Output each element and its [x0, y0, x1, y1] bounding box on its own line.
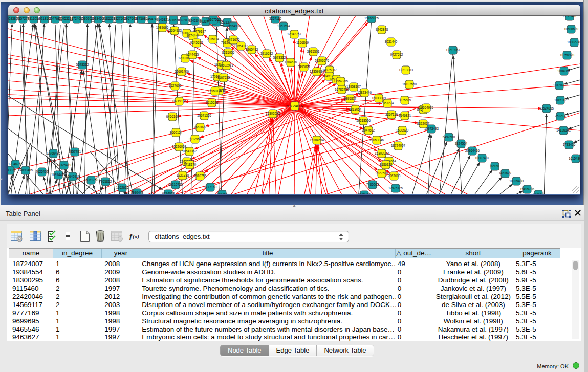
- svg-text:1353594: 1353594: [277, 24, 290, 28]
- svg-text:16107550: 16107550: [402, 82, 417, 86]
- svg-text:5678332: 5678332: [273, 56, 286, 59]
- svg-text:7357274: 7357274: [381, 101, 394, 105]
- svg-text:1463627: 1463627: [499, 171, 512, 175]
- svg-text:13654923: 13654923: [167, 29, 182, 32]
- svg-text:252214: 252214: [555, 114, 566, 118]
- svg-text:19654935: 19654935: [226, 24, 241, 28]
- svg-text:12213383: 12213383: [399, 68, 413, 72]
- svg-text:6794028: 6794028: [162, 192, 175, 194]
- svg-text:62160: 62160: [490, 164, 499, 168]
- svg-text:10756928: 10756928: [560, 53, 575, 57]
- svg-text:1156869: 1156869: [296, 41, 309, 45]
- svg-text:19218506: 19218506: [356, 119, 371, 122]
- svg-text:20053346: 20053346: [369, 138, 384, 142]
- svg-text:8322037: 8322037: [417, 122, 430, 125]
- svg-text:7625402: 7625402: [36, 170, 49, 173]
- svg-text:18724007: 18724007: [286, 104, 304, 108]
- svg-text:9777169: 9777169: [204, 185, 217, 189]
- svg-text:9857791: 9857791: [69, 150, 81, 154]
- svg-text:3267110: 3267110: [269, 17, 282, 20]
- svg-text:10654112: 10654112: [234, 44, 248, 48]
- svg-text:9474444: 9474444: [187, 34, 200, 37]
- svg-text:1167533: 1167533: [217, 76, 230, 79]
- svg-text:20206576: 20206576: [315, 59, 330, 62]
- svg-text:1916682: 1916682: [260, 52, 273, 55]
- svg-text:1527602: 1527602: [169, 84, 182, 87]
- svg-text:8990448: 8990448: [131, 191, 144, 194]
- svg-text:9684067: 9684067: [558, 69, 571, 73]
- svg-text:7663822: 7663822: [194, 125, 207, 129]
- svg-text:5578332: 5578332: [76, 63, 89, 67]
- svg-text:1221338: 1221338: [177, 173, 189, 177]
- svg-text:3912954: 3912954: [189, 137, 202, 141]
- svg-text:1395817: 1395817: [344, 97, 357, 100]
- svg-text:9242848: 9242848: [376, 28, 388, 31]
- svg-text:16961758: 16961758: [84, 178, 99, 182]
- svg-text:2967608: 2967608: [388, 174, 401, 178]
- svg-text:6466160: 6466160: [166, 115, 179, 118]
- svg-text:1733426: 1733426: [563, 143, 576, 146]
- svg-text:7485063: 7485063: [366, 183, 379, 186]
- svg-text:1362615: 1362615: [116, 186, 129, 189]
- svg-text:8471676: 8471676: [227, 38, 240, 41]
- svg-text:1965493: 1965493: [246, 48, 258, 51]
- svg-text:19166825: 19166825: [364, 16, 379, 20]
- svg-text:13325419: 13325419: [57, 163, 72, 167]
- svg-text:1815112: 1815112: [554, 98, 567, 102]
- svg-text:16210723: 16210723: [168, 183, 183, 186]
- svg-text:19384554: 19384554: [310, 138, 324, 142]
- svg-text:8215955: 8215955: [222, 51, 235, 54]
- svg-text:10543362: 10543362: [182, 149, 197, 153]
- svg-text:17957255: 17957255: [334, 79, 349, 83]
- svg-text:14136141: 14136141: [556, 128, 571, 132]
- svg-text:12942757: 12942757: [287, 32, 302, 36]
- svg-text:1704676: 1704676: [285, 60, 297, 64]
- svg-text:3267110: 3267110: [385, 113, 398, 116]
- svg-text:13720407: 13720407: [562, 16, 577, 18]
- svg-text:7386372: 7386372: [532, 192, 545, 194]
- svg-text:2718170: 2718170: [184, 163, 197, 166]
- svg-text:9327508: 9327508: [376, 171, 388, 175]
- svg-text:10975867: 10975867: [322, 68, 337, 72]
- svg-text:15958124: 15958124: [208, 89, 223, 93]
- svg-text:10688609: 10688609: [564, 27, 579, 31]
- svg-text:12213967: 12213967: [446, 48, 461, 52]
- svg-text:746266: 746266: [216, 192, 228, 194]
- svg-text:15302023: 15302023: [266, 112, 280, 115]
- svg-text:16782759: 16782759: [335, 87, 350, 91]
- svg-text:9146821: 9146821: [399, 114, 411, 117]
- svg-text:13524855: 13524855: [539, 106, 554, 110]
- svg-text:10671355: 10671355: [197, 114, 212, 117]
- svg-text:8660124: 8660124: [170, 130, 183, 134]
- svg-text:10807487: 10807487: [475, 156, 490, 160]
- svg-text:12975125: 12975125: [388, 186, 403, 190]
- svg-text:9115460: 9115460: [358, 193, 371, 194]
- svg-text:16107550: 16107550: [206, 18, 221, 21]
- svg-text:3915501: 3915501: [307, 50, 320, 53]
- svg-text:19654935: 19654935: [419, 106, 434, 110]
- svg-text:3875685: 3875685: [399, 98, 411, 102]
- svg-text:13766485: 13766485: [46, 151, 61, 155]
- svg-text:3493822: 3493822: [8, 168, 16, 172]
- svg-text:19692971: 19692971: [219, 63, 234, 67]
- svg-text:(x): (x): [133, 233, 139, 240]
- svg-text:14099485: 14099485: [18, 168, 33, 172]
- svg-text:3824554: 3824554: [455, 142, 468, 145]
- svg-text:20364436: 20364436: [465, 149, 480, 152]
- svg-text:1588520: 1588520: [396, 128, 409, 132]
- svg-text:1910755: 1910755: [194, 174, 207, 178]
- svg-text:15226058: 15226058: [172, 145, 187, 148]
- svg-text:7515526: 7515526: [206, 101, 219, 104]
- svg-text:15302023: 15302023: [375, 151, 389, 155]
- svg-text:18724007: 18724007: [391, 144, 406, 147]
- svg-text:3493821: 3493821: [298, 65, 311, 69]
- svg-text:12823446: 12823446: [357, 91, 372, 94]
- svg-text:17046766: 17046766: [8, 162, 23, 166]
- svg-text:10719185: 10719185: [172, 99, 187, 103]
- svg-text:16154808: 16154808: [569, 157, 580, 160]
- svg-text:2935114: 2935114: [207, 37, 220, 41]
- svg-text:9427552: 9427552: [390, 53, 403, 56]
- svg-text:16914479: 16914479: [51, 173, 66, 177]
- svg-text:8813054: 8813054: [349, 107, 362, 111]
- svg-text:9245652: 9245652: [190, 41, 203, 45]
